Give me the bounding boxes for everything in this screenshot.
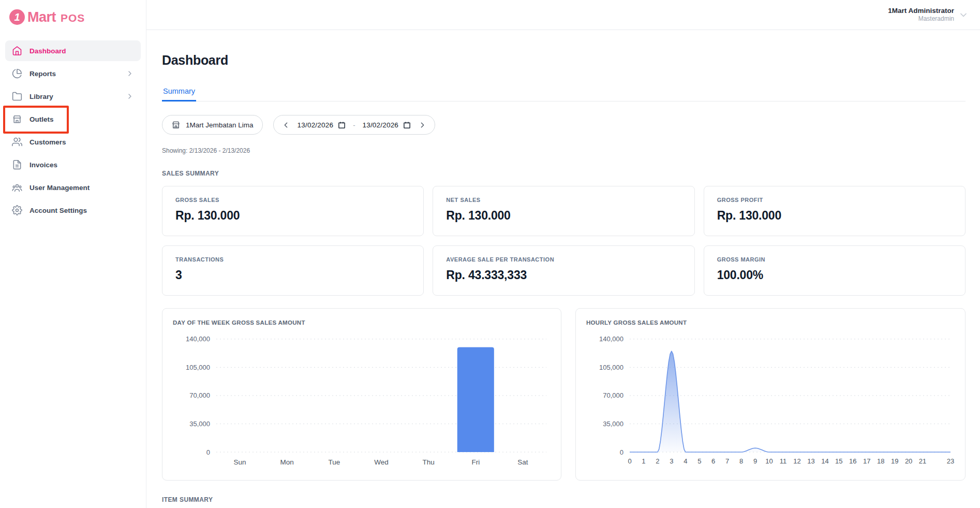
- previous-day-button[interactable]: [281, 121, 290, 129]
- stat-label: GROSS SALES: [175, 197, 410, 203]
- svg-text:17: 17: [863, 457, 870, 465]
- svg-text:10: 10: [765, 457, 773, 465]
- storefront-icon: [171, 120, 181, 129]
- pie-chart-icon: [12, 68, 22, 79]
- tab-summary[interactable]: Summary: [162, 87, 196, 101]
- filter-row: 1Mart Jembatan Lima 13/02/2026 - 13/02/2…: [162, 115, 966, 135]
- svg-text:20: 20: [905, 457, 912, 465]
- svg-text:0: 0: [620, 448, 623, 456]
- brand-logo: 1 Mart POS: [0, 0, 146, 27]
- sidebar-item-reports[interactable]: Reports: [5, 63, 141, 84]
- svg-text:2: 2: [656, 457, 659, 465]
- chevron-right-icon: [126, 69, 134, 78]
- sidebar-item-library[interactable]: Library: [5, 86, 141, 107]
- chevron-right-icon: [126, 92, 134, 100]
- svg-text:5: 5: [697, 457, 701, 465]
- main-area: 1Mart Administrator Masteradmin Dashboar…: [146, 0, 980, 508]
- svg-text:105,000: 105,000: [599, 364, 623, 371]
- outlet-selector[interactable]: 1Mart Jembatan Lima: [162, 115, 263, 135]
- sidebar-item-label: Library: [29, 93, 53, 100]
- brand-pos: POS: [61, 10, 85, 24]
- calendar-icon[interactable]: [338, 121, 346, 129]
- stat-value: Rp. 130.000: [446, 209, 681, 223]
- next-day-button[interactable]: [418, 121, 427, 129]
- svg-text:140,000: 140,000: [599, 335, 623, 343]
- stat-label: TRANSACTIONS: [175, 256, 410, 263]
- sidebar-item-dashboard[interactable]: Dashboard: [5, 40, 141, 61]
- svg-text:Sat: Sat: [517, 458, 528, 466]
- stat-value: Rp. 130.000: [175, 209, 410, 223]
- svg-text:18: 18: [877, 457, 884, 465]
- sidebar-item-label: Invoices: [29, 161, 57, 169]
- day-of-week-bar-chart: 035,00070,000105,000140,000SunMonTueWedT…: [173, 329, 551, 470]
- sidebar-item-label: Customers: [29, 138, 66, 146]
- date-to-input[interactable]: 13/02/2026: [362, 121, 411, 129]
- svg-text:35,000: 35,000: [603, 420, 623, 428]
- sidebar-item-label: Outlets: [29, 115, 54, 123]
- svg-text:140,000: 140,000: [186, 335, 210, 343]
- invoice-icon: [12, 159, 22, 170]
- stat-label: GROSS MARGIN: [717, 256, 952, 263]
- page-title: Dashboard: [162, 53, 966, 68]
- topbar: 1Mart Administrator Masteradmin: [146, 0, 980, 30]
- svg-text:35,000: 35,000: [189, 420, 210, 428]
- date-to-value: 13/02/2026: [362, 121, 398, 129]
- hourly-chart-title: HOURLY GROSS SALES AMOUNT: [586, 320, 955, 326]
- folder-icon: [12, 91, 22, 101]
- svg-text:70,000: 70,000: [189, 391, 210, 399]
- charts-row: DAY OF THE WEEK GROSS SALES AMOUNT 035,0…: [162, 308, 966, 481]
- sidebar-item-account-settings[interactable]: Account Settings: [5, 200, 141, 221]
- svg-text:9: 9: [753, 457, 757, 465]
- sidebar: 1 Mart POS Dashboard Reports Library Out…: [0, 0, 146, 508]
- svg-text:3: 3: [670, 457, 673, 465]
- outlet-name: 1Mart Jembatan Lima: [186, 121, 254, 129]
- stat-label: AVERAGE SALE PER TRANSACTION: [446, 256, 681, 263]
- svg-text:21: 21: [919, 457, 926, 465]
- date-range-separator: -: [353, 121, 355, 129]
- showing-range-text: Showing: 2/13/2026 - 2/13/2026: [162, 147, 966, 154]
- sidebar-item-invoices[interactable]: Invoices: [5, 154, 141, 175]
- sidebar-item-label: Dashboard: [29, 47, 66, 55]
- svg-text:12: 12: [793, 457, 800, 465]
- svg-text:6: 6: [711, 457, 715, 465]
- svg-text:Wed: Wed: [374, 458, 389, 466]
- date-from-input[interactable]: 13/02/2026: [298, 121, 346, 129]
- customers-icon: [12, 137, 22, 147]
- svg-text:0: 0: [628, 457, 631, 465]
- sales-summary-heading: SALES SUMMARY: [162, 170, 966, 177]
- svg-text:14: 14: [821, 457, 828, 465]
- stats-grid: GROSS SALES Rp. 130.000 NET SALES Rp. 13…: [162, 186, 966, 296]
- tabs: Summary: [162, 86, 966, 101]
- svg-text:Fri: Fri: [471, 458, 480, 466]
- stat-value: Rp. 130.000: [717, 209, 952, 223]
- svg-text:70,000: 70,000: [603, 391, 623, 399]
- stat-value: 100.00%: [717, 268, 952, 282]
- date-range-picker: 13/02/2026 - 13/02/2026: [273, 115, 436, 135]
- content: Dashboard Summary 1Mart Jembatan Lima 13…: [146, 30, 980, 508]
- date-from-value: 13/02/2026: [298, 121, 334, 129]
- sidebar-item-outlets[interactable]: Outlets: [5, 109, 141, 129]
- svg-text:0: 0: [206, 448, 210, 456]
- sidebar-item-customers[interactable]: Customers: [5, 132, 141, 152]
- stat-label: NET SALES: [446, 197, 681, 203]
- user-role: Masteradmin: [888, 15, 954, 23]
- storefront-icon: [12, 114, 22, 124]
- calendar-icon[interactable]: [403, 121, 411, 129]
- stat-label: GROSS PROFIT: [717, 197, 952, 203]
- stat-card-gross-margin: GROSS MARGIN 100.00%: [704, 245, 966, 296]
- stat-card-net-sales: NET SALES Rp. 130.000: [433, 186, 694, 236]
- chevron-down-icon: [958, 10, 969, 20]
- sidebar-item-label: User Management: [29, 184, 90, 192]
- svg-text:Tue: Tue: [328, 458, 340, 466]
- svg-text:11: 11: [780, 457, 787, 465]
- sidebar-item-user-management[interactable]: User Management: [5, 177, 141, 198]
- hourly-chart-card: HOURLY GROSS SALES AMOUNT 035,00070,0001…: [575, 308, 966, 481]
- item-summary-heading: ITEM SUMMARY: [162, 496, 966, 503]
- hourly-area-chart: 035,00070,000105,000140,0000123456789101…: [586, 329, 955, 470]
- sidebar-nav: Dashboard Reports Library Outlets Custom…: [0, 40, 146, 221]
- user-menu[interactable]: 1Mart Administrator Masteradmin: [888, 7, 969, 23]
- svg-text:19: 19: [891, 457, 898, 465]
- user-management-icon: [12, 182, 22, 193]
- stat-value: Rp. 43.333,333: [446, 268, 681, 282]
- svg-text:Thu: Thu: [423, 458, 435, 466]
